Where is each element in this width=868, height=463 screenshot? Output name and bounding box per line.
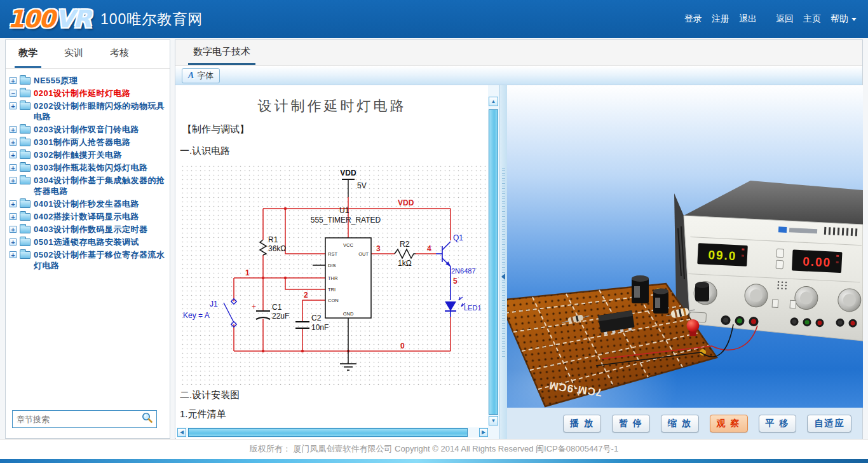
sidebar-chapter-item-1[interactable]: −0201设计制作延时灯电路	[10, 88, 167, 99]
power-supply[interactable]: 09.0 0.00	[674, 181, 863, 341]
sidebar-chapter-item-0[interactable]: +NE555原理	[10, 75, 167, 86]
folder-icon	[20, 200, 31, 208]
psu-rocker-switch[interactable]	[776, 249, 784, 258]
bottom-accent-bar	[0, 459, 868, 463]
scroll-left-button[interactable]: ◀	[177, 428, 186, 437]
svg-text:+: +	[252, 302, 256, 311]
svg-text:R1: R1	[268, 235, 278, 244]
tab-teaching[interactable]: 教学	[15, 40, 41, 68]
horizontal-scroll-thumb[interactable]	[188, 428, 468, 437]
svg-text:1: 1	[245, 268, 250, 277]
sidebar-chapter-item-11[interactable]: +0501选通锁存电路安装调试	[10, 237, 167, 247]
expand-icon[interactable]: +	[10, 126, 17, 133]
folder-icon	[20, 213, 31, 221]
expand-icon[interactable]: +	[10, 200, 17, 207]
search-input[interactable]	[13, 415, 142, 424]
svg-text:OUT: OUT	[358, 251, 369, 257]
expand-icon[interactable]: +	[10, 77, 17, 84]
chapter-label: 0403设计制作数码显示定时器	[34, 224, 147, 235]
svg-text:C1: C1	[272, 303, 282, 312]
svg-text:GND: GND	[343, 311, 354, 317]
chevron-down-icon	[851, 18, 857, 21]
svg-text:R2: R2	[400, 240, 410, 249]
scroll-up-button[interactable]: ▲	[489, 97, 498, 106]
svg-text:CON: CON	[328, 298, 339, 303]
board-capacitor-1[interactable]	[632, 275, 649, 303]
expand-icon[interactable]: +	[10, 251, 17, 258]
header-nav: 登录注册退出返回主页帮助	[675, 0, 857, 38]
expand-icon[interactable]: +	[10, 102, 17, 109]
nav-logout-link[interactable]: 退出	[739, 13, 757, 25]
expand-icon[interactable]: +	[10, 151, 17, 158]
nav-back-link[interactable]: 返回	[776, 13, 794, 25]
site-title: 100唯尔教育网	[100, 10, 203, 29]
ic-part: 555_TIMER_RATED	[311, 216, 381, 225]
sidebar-chapter-item-2[interactable]: +0202设计制作眼睛闪烁的动物玩具电路	[10, 100, 167, 122]
svg-text:5: 5	[453, 277, 458, 286]
font-button[interactable]: A 字体	[182, 68, 220, 83]
control-play-button[interactable]: 播 放	[563, 415, 601, 432]
svg-text:36kΩ: 36kΩ	[268, 244, 286, 253]
chapter-label: 0304设计制作基于集成触发器的抢答器电路	[34, 175, 167, 197]
board-capacitor-2[interactable]	[653, 289, 668, 314]
expand-icon[interactable]: +	[10, 238, 17, 245]
ic-ref: U1	[339, 206, 349, 215]
sidebar-chapter-item-7[interactable]: +0304设计制作基于集成触发器的抢答器电路	[10, 175, 167, 197]
pane-splitter[interactable]	[499, 85, 507, 439]
svg-text:LED1: LED1	[464, 304, 482, 312]
expand-icon[interactable]: +	[10, 177, 17, 184]
svg-text:0.00: 0.00	[803, 254, 832, 269]
control-fit-button[interactable]: 自适应	[807, 415, 851, 432]
board-transistor[interactable]	[695, 282, 709, 301]
collapse-icon[interactable]: −	[10, 90, 17, 97]
control-pan-button[interactable]: 平 移	[759, 415, 797, 432]
nav-help-link[interactable]: 帮助	[831, 13, 857, 25]
control-pause-button[interactable]: 暂 停	[612, 415, 650, 432]
psu-rocker-switch-2[interactable]	[776, 260, 783, 269]
chapter-label: 0402搭接计数译码显示电路	[34, 211, 139, 222]
doc-vertical-scrollbar[interactable]: ▲ ▼	[488, 85, 499, 439]
sidebar-chapter-item-5[interactable]: +0302制作触摸开关电路	[10, 149, 167, 160]
3d-viewport[interactable]: 09.0 0.00	[507, 85, 863, 408]
doc-heading-3: 1.元件清单	[180, 408, 226, 420]
sidebar-chapter-item-9[interactable]: +0402搭接计数译码显示电路	[10, 211, 167, 222]
search-icon[interactable]	[142, 412, 153, 426]
nav-home-link[interactable]: 主页	[803, 13, 821, 25]
tab-assessment[interactable]: 考核	[106, 40, 133, 68]
sidebar-chapter-item-12[interactable]: +0502设计制作基于移位寄存器流水灯电路	[10, 249, 167, 271]
doc-title: 设计制作延时灯电路	[176, 97, 488, 116]
tab-training[interactable]: 实训	[60, 40, 87, 68]
expand-icon[interactable]: +	[10, 226, 17, 233]
svg-text:J1: J1	[210, 300, 218, 308]
scroll-right-button[interactable]: ▶	[479, 428, 488, 437]
control-observe-button[interactable]: 观 察	[710, 415, 748, 432]
svg-text:0: 0	[400, 342, 405, 350]
expand-icon[interactable]: +	[10, 164, 17, 171]
folder-icon	[20, 177, 31, 184]
site-logo[interactable]: 100 VR	[8, 7, 90, 31]
vertical-scroll-thumb[interactable]	[489, 109, 498, 415]
nav-login-link[interactable]: 登录	[684, 13, 702, 25]
sidebar-chapter-item-3[interactable]: +0203设计制作双音门铃电路	[10, 124, 167, 135]
tab-digital-electronics[interactable]: 数字电子技术	[188, 40, 255, 65]
vdd-label: VDD	[340, 169, 356, 177]
scroll-down-button[interactable]: ▼	[489, 416, 498, 425]
control-zoom-button[interactable]: 缩 放	[661, 415, 699, 432]
sidebar-chapter-item-6[interactable]: +0303制作瓶花装饰闪烁灯电路	[10, 162, 167, 173]
sidebar-chapter-item-4[interactable]: +0301制作两人抢答器电路	[10, 137, 167, 148]
document-pane: 设计制作延时灯电路 【制作与调试】 一.认识电路	[176, 85, 488, 439]
sidebar-chapter-item-8[interactable]: +0401设计制作秒发生器电路	[10, 198, 167, 209]
expand-icon[interactable]: +	[10, 213, 17, 220]
vdd-value: 5V	[357, 181, 367, 190]
expand-icon[interactable]: +	[10, 139, 17, 146]
folder-icon	[20, 126, 31, 134]
splitter-collapse-icon[interactable]	[501, 273, 505, 280]
nav-register-link[interactable]: 注册	[712, 13, 729, 25]
logo-100-text: 100	[8, 7, 54, 31]
chapter-label: 0401设计制作秒发生器电路	[34, 198, 139, 209]
folder-icon	[20, 164, 31, 172]
doc-horizontal-scrollbar[interactable]: ◀ ▶	[177, 427, 488, 438]
sidebar-chapter-item-10[interactable]: +0403设计制作数码显示定时器	[10, 224, 167, 235]
svg-text:10nF: 10nF	[311, 323, 329, 332]
folder-icon	[20, 238, 31, 246]
